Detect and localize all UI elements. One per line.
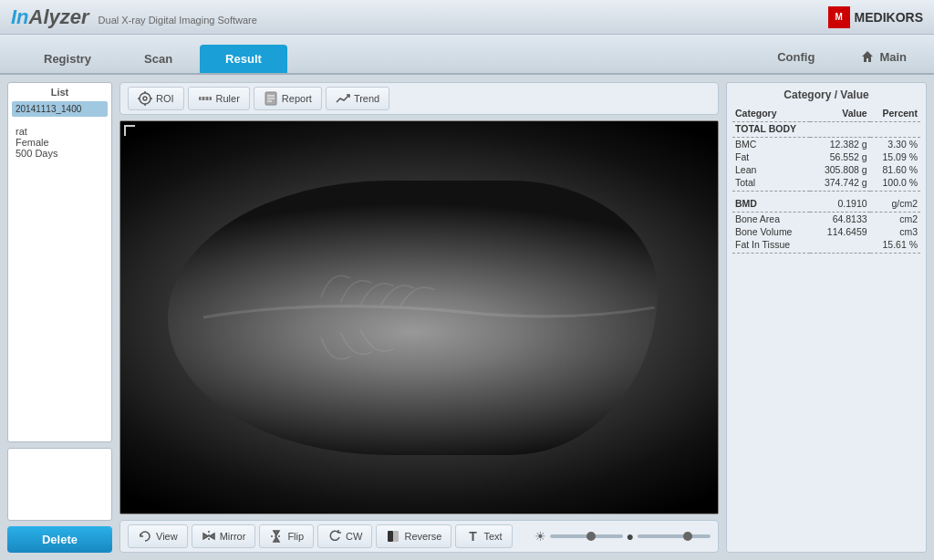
tab-result[interactable]: Result [200, 45, 287, 73]
medikors-icon: M [828, 6, 850, 28]
bmd-unit: g/cm2 [870, 197, 920, 210]
text-label: Text [483, 531, 502, 542]
medikors-logo: M MEDIKORS [828, 6, 923, 28]
nav-right: Config Main [759, 44, 925, 73]
xray-image-area[interactable] [119, 120, 719, 514]
bmc-category: BMC [732, 138, 810, 151]
tab-scan[interactable]: Scan [119, 45, 198, 73]
app-tagline: Dual X-ray Digital Imaging Software [99, 15, 257, 26]
ruler-button[interactable]: Ruler [188, 87, 250, 110]
svg-marker-19 [274, 537, 279, 542]
rotate-icon [327, 529, 342, 544]
list-header: List [12, 87, 108, 98]
results-panel: Category / Value Category Value Percent … [726, 82, 927, 553]
table-row: BMD 0.1910 g/cm2 [732, 197, 920, 210]
bmc-percent: 3.30 % [870, 138, 920, 151]
contrast-icon: ● [627, 529, 634, 544]
mirror-icon [202, 529, 216, 544]
fat-value: 56.552 g [810, 150, 870, 163]
results-table: Category Value Percent TOTAL BODY BMC 12… [732, 107, 920, 254]
reverse-button[interactable]: Reverse [376, 524, 451, 548]
flip-icon [269, 529, 284, 544]
table-row: Lean 305.808 g 81.60 % [732, 163, 920, 176]
svg-marker-18 [274, 531, 279, 535]
bone-volume-value: 114.6459 [810, 225, 870, 238]
table-row: BMC 12.382 g 3.30 % [732, 138, 920, 151]
text-icon: T [465, 529, 480, 544]
left-panel: List 20141113_1400 rat Female 500 Days D… [7, 82, 112, 553]
brightness-slider[interactable] [550, 534, 623, 538]
lean-percent: 81.60 % [870, 163, 920, 176]
trend-label: Trend [354, 93, 379, 104]
xray-overlay [120, 121, 718, 513]
mirror-label: Mirror [220, 531, 246, 542]
refresh-icon [138, 529, 152, 544]
reverse-icon [386, 529, 400, 544]
app-logo: InAlyzer Dual X-ray Digital Imaging Soft… [11, 5, 257, 29]
list-item[interactable]: 20141113_1400 [12, 101, 108, 117]
scan-list-box: List 20141113_1400 rat Female 500 Days [7, 82, 112, 442]
bone-volume-category: Bone Volume [732, 225, 810, 238]
report-button[interactable]: Report [254, 87, 322, 110]
svg-point-0 [140, 93, 150, 104]
total-body-label: TOTAL BODY [732, 122, 920, 136]
lean-value: 305.808 g [810, 163, 870, 176]
target-icon [138, 91, 152, 106]
fat-tissue-category: Fat In Tissue [732, 238, 810, 251]
trend-button[interactable]: Trend [326, 87, 389, 110]
view-button[interactable]: View [128, 524, 188, 548]
table-row: Bone Area 64.8133 cm2 [732, 212, 920, 225]
medikors-brand: MEDIKORS [855, 10, 923, 25]
species-label: rat [16, 126, 104, 137]
table-row: Fat In Tissue 15.61 % [732, 238, 920, 251]
image-toolbar: ROI Ruler [119, 82, 719, 115]
table-row: TOTAL BODY [732, 122, 920, 136]
bone-area-category: Bone Area [732, 212, 810, 225]
config-button[interactable]: Config [759, 45, 833, 69]
bottom-toolbar: View Mirror [119, 520, 719, 553]
tab-registry[interactable]: Registry [18, 45, 117, 73]
sex-label: Female [16, 137, 104, 148]
col-value: Value [810, 107, 870, 119]
flip-button[interactable]: Flip [259, 524, 314, 548]
cw-label: CW [346, 531, 362, 542]
age-label: 500 Days [16, 148, 104, 159]
delete-button[interactable]: Delete [7, 526, 112, 553]
lean-category: Lean [732, 163, 810, 176]
secondary-list-box [7, 448, 112, 521]
roi-button[interactable]: ROI [128, 87, 184, 110]
mirror-button[interactable]: Mirror [192, 524, 256, 548]
reverse-label: Reverse [404, 531, 441, 542]
results-panel-title: Category / Value [732, 88, 920, 101]
svg-marker-15 [203, 534, 208, 539]
total-value: 374.742 g [810, 176, 870, 189]
roi-label: ROI [156, 93, 174, 104]
fat-percent: 15.09 % [870, 150, 920, 163]
contrast-thumb[interactable] [683, 532, 692, 541]
fat-tissue-percent: 15.61 % [870, 238, 920, 251]
brightness-icon: ☀ [534, 529, 546, 544]
ruler-icon [198, 91, 213, 106]
navbar: Registry Scan Result Config Main [0, 35, 934, 75]
col-category: Category [732, 107, 810, 119]
table-row: Fat 56.552 g 15.09 % [732, 150, 920, 163]
document-icon [264, 91, 278, 106]
ruler-label: Ruler [216, 93, 240, 104]
flip-label: Flip [287, 531, 304, 542]
table-row: Bone Volume 114.6459 cm3 [732, 225, 920, 238]
logo-alyzer: Alyzer [29, 5, 89, 29]
main-button[interactable]: Main [842, 44, 925, 69]
app-header: InAlyzer Dual X-ray Digital Imaging Soft… [0, 0, 934, 35]
brightness-thumb[interactable] [586, 532, 596, 541]
total-category: Total [732, 176, 810, 189]
header-right: M MEDIKORS [828, 6, 923, 28]
home-icon [860, 49, 875, 64]
bone-volume-unit: cm3 [870, 225, 920, 238]
col-percent: Percent [870, 107, 920, 119]
center-panel: ROI Ruler [119, 82, 719, 553]
svg-marker-16 [210, 534, 214, 539]
text-button[interactable]: T Text [455, 524, 512, 548]
bmd-value: 0.1910 [810, 197, 870, 210]
contrast-slider[interactable] [638, 534, 711, 538]
cw-button[interactable]: CW [317, 524, 372, 548]
